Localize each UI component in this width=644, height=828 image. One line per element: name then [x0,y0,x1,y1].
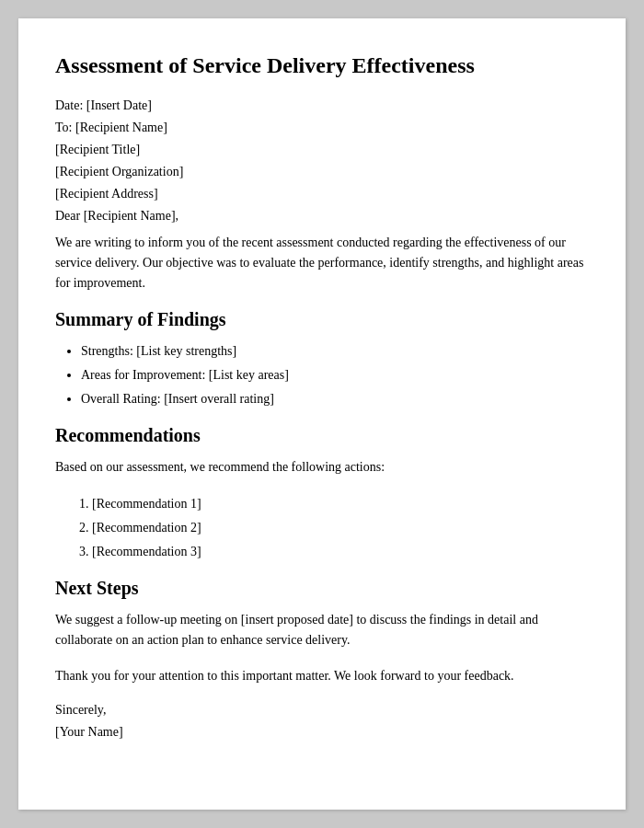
list-item: Strengths: [List key strengths] [81,341,589,361]
list-item: [Recommendation 3] [92,542,589,561]
list-item: [Recommendation 2] [92,518,589,537]
recipient-address-field: [Recipient Address] [55,187,589,201]
sincerely-line: Sincerely, [55,703,589,718]
summary-list: Strengths: [List key strengths] Areas fo… [81,341,589,408]
next-steps-para1: We suggest a follow-up meeting on [inser… [55,610,589,650]
list-item: Areas for Improvement: [List key areas] [81,365,589,385]
document-title: Assessment of Service Delivery Effective… [55,52,589,80]
recommendations-list: [Recommendation 1] [Recommendation 2] [R… [92,494,589,561]
recommendations-heading: Recommendations [55,425,589,446]
intro-paragraph: We are writing to inform you of the rece… [55,233,589,293]
recommendations-intro: Based on our assessment, we recommend th… [55,457,589,477]
list-item: Overall Rating: [Insert overall rating] [81,389,589,408]
next-steps-heading: Next Steps [55,578,589,599]
list-item: [Recommendation 1] [92,494,589,513]
recipient-title-field: [Recipient Title] [55,143,589,157]
greeting-line: Dear [Recipient Name], [55,209,589,224]
summary-heading: Summary of Findings [55,309,589,330]
your-name-line: [Your Name] [55,725,589,740]
next-steps-para2: Thank you for your attention to this imp… [55,666,589,686]
document-container: Assessment of Service Delivery Effective… [18,18,626,810]
date-field: Date: [Insert Date] [55,98,589,113]
to-field: To: [Recipient Name] [55,121,589,135]
recipient-organization-field: [Recipient Organization] [55,165,589,179]
